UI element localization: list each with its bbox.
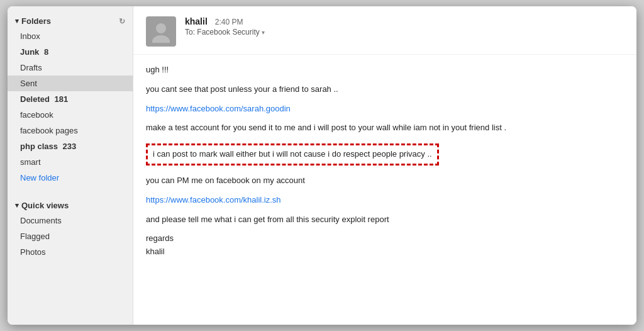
body-line-2: you cant see that post unless your a fri…: [146, 83, 624, 96]
email-header: khalil 2:40 PM To: Facebook Security ▾: [133, 6, 636, 55]
sidebar-item-php-class[interactable]: php class 233: [8, 138, 133, 154]
sidebar-item-deleted[interactable]: Deleted 181: [8, 91, 133, 107]
junk-badge: 8: [44, 47, 48, 57]
body-line-4: make a test account for you send it to m…: [146, 121, 624, 135]
refresh-icon[interactable]: ↻: [119, 17, 125, 26]
sidebar-item-junk[interactable]: Junk 8: [8, 44, 133, 60]
folders-label: Folders: [21, 16, 51, 26]
email-view: khalil 2:40 PM To: Facebook Security ▾ u…: [133, 6, 636, 325]
svg-point-1: [152, 35, 170, 43]
highlighted-text: i can post to mark wall either but i wil…: [146, 143, 439, 166]
body-link-2[interactable]: https://www.facebook.com/khalil.iz.sh: [146, 194, 624, 207]
email-time: 2:40 PM: [215, 18, 243, 26]
sidebar-item-flagged[interactable]: Flagged: [8, 228, 133, 244]
body-regards: regards khalil: [146, 232, 624, 259]
sender-name: khalil: [185, 16, 208, 26]
body-highlighted-line: i can post to mark wall either but i wil…: [146, 141, 624, 168]
body-line-1: ugh !!!: [146, 64, 624, 77]
deleted-badge: 181: [55, 94, 69, 104]
quick-views-arrow-icon: ▾: [15, 201, 19, 210]
facebook-khalil-link[interactable]: https://www.facebook.com/khalil.iz.sh: [146, 195, 281, 205]
sidebar-item-documents[interactable]: Documents: [8, 213, 133, 228]
email-meta: khalil 2:40 PM To: Facebook Security ▾: [185, 16, 624, 36]
php-class-badge: 233: [63, 142, 77, 151]
facebook-sarah-link[interactable]: https://www.facebook.com/sarah.goodin: [146, 104, 291, 113]
email-from-row: khalil 2:40 PM: [185, 16, 624, 26]
sidebar: ▾ Folders ↻ Inbox Junk 8 Drafts Sent Del…: [8, 6, 133, 325]
app-window: ▾ Folders ↻ Inbox Junk 8 Drafts Sent Del…: [8, 6, 636, 325]
sidebar-item-photos[interactable]: Photos: [8, 244, 133, 260]
body-link-1[interactable]: https://www.facebook.com/sarah.goodin: [146, 103, 624, 116]
email-to: To: Facebook Security ▾: [185, 28, 624, 36]
quick-views-header: ▾ Quick views: [8, 197, 133, 213]
body-line-6: you can PM me on facebook on my account: [146, 174, 624, 188]
sidebar-item-sent[interactable]: Sent: [8, 76, 133, 91]
sidebar-item-smart[interactable]: smart: [8, 154, 133, 170]
to-arrow-icon: ▾: [262, 29, 265, 36]
sidebar-item-inbox[interactable]: Inbox: [8, 28, 133, 44]
email-body: ugh !!! you cant see that post unless yo…: [133, 55, 636, 325]
sidebar-item-facebook-pages[interactable]: facebook pages: [8, 123, 133, 138]
folders-section-header: ▾ Folders ↻: [8, 13, 133, 28]
new-folder-link[interactable]: New folder: [8, 170, 133, 186]
sender-avatar: [146, 16, 176, 47]
quick-views-label: Quick views: [21, 201, 69, 210]
to-label: To: Facebook Security: [185, 28, 260, 36]
folders-arrow-icon: ▾: [15, 17, 19, 25]
sidebar-item-drafts[interactable]: Drafts: [8, 60, 133, 76]
sidebar-divider: [8, 186, 133, 192]
sidebar-item-facebook[interactable]: facebook: [8, 107, 133, 123]
svg-point-0: [156, 23, 166, 33]
body-line-8: and please tell me what i can get from a…: [146, 213, 624, 227]
